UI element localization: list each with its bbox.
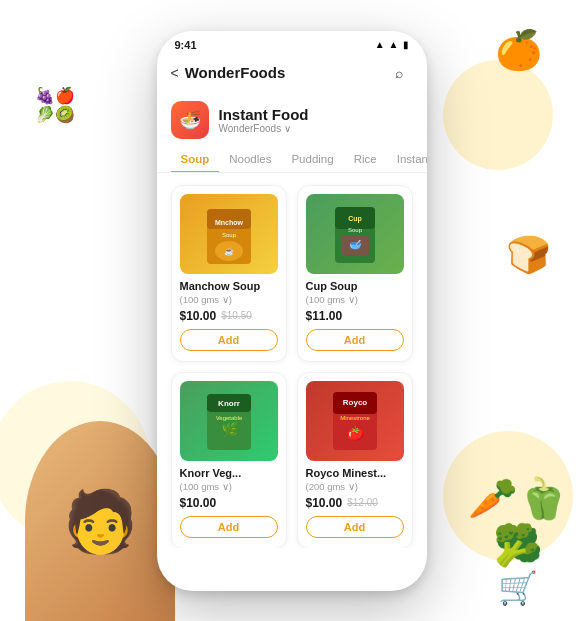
svg-text:Minestrone: Minestrone <box>340 415 370 421</box>
products-grid: Mnchow Soup ☕ Manchow Soup (100 gms ∨) $… <box>157 173 427 548</box>
svg-text:Soup: Soup <box>347 227 362 233</box>
product-card-royco: Royco Minestrone 🍅 Royco Minest... (200 … <box>297 372 413 548</box>
wifi-icon: ▲ <box>375 39 385 50</box>
product-name-knorr: Knorr Veg... <box>180 467 278 479</box>
app-header: < WonderFoods ⌕ <box>157 55 427 95</box>
product-weight-manchow: (100 gms ∨) <box>180 294 278 305</box>
page-title: WonderFoods <box>185 64 286 81</box>
svg-text:Cup: Cup <box>348 215 362 223</box>
product-name-royco: Royco Minest... <box>306 467 404 479</box>
tab-soup[interactable]: Soup <box>171 147 220 173</box>
header-left: < WonderFoods <box>171 64 286 81</box>
deco-cart: 🥕🫑🥦 🛒 <box>463 491 573 591</box>
svg-text:Mnchow: Mnchow <box>215 219 244 226</box>
brand-icon: 🍜 <box>171 101 209 139</box>
search-button[interactable]: ⌕ <box>385 59 413 87</box>
phone-mockup: 9:41 ▲ ▲ ▮ < WonderFoods ⌕ 🍜 Instant Foo <box>157 31 427 591</box>
price-old-manchow: $10.50 <box>221 310 252 321</box>
product-card-manchow: Mnchow Soup ☕ Manchow Soup (100 gms ∨) $… <box>171 185 287 362</box>
tab-rice[interactable]: Rice <box>344 147 387 173</box>
svg-text:Knorr: Knorr <box>218 399 240 408</box>
price-old-royco: $12.00 <box>347 497 378 508</box>
price-current-knorr: $10.00 <box>180 496 217 510</box>
brand-info: Instant Food WonderFoods ∨ <box>219 106 309 134</box>
add-button-knorr[interactable]: Add <box>180 516 278 538</box>
product-pricing-knorr: $10.00 <box>180 496 278 510</box>
add-button-cup-soup[interactable]: Add <box>306 329 404 351</box>
price-current-cup-soup: $11.00 <box>306 309 343 323</box>
product-card-cup-soup: Cup Soup 🥣 Cup Soup (100 gms ∨) $11.00 A… <box>297 185 413 362</box>
status-icons: ▲ ▲ ▮ <box>375 39 409 50</box>
back-button[interactable]: < <box>171 65 179 81</box>
status-time: 9:41 <box>175 39 197 51</box>
tab-noodles[interactable]: Noodles <box>219 147 281 173</box>
product-card-knorr: Knorr Vegetable 🌿 Knorr Veg... (100 gms … <box>171 372 287 548</box>
phone-screen: 9:41 ▲ ▲ ▮ < WonderFoods ⌕ 🍜 Instant Foo <box>157 31 427 591</box>
product-image-cup-soup: Cup Soup 🥣 <box>306 194 404 274</box>
deco-bread: 🍞 <box>488 220 568 290</box>
svg-text:🌿: 🌿 <box>220 421 238 438</box>
product-name-cup-soup: Cup Soup <box>306 280 404 292</box>
product-pricing-manchow: $10.00 $10.50 <box>180 309 278 323</box>
product-image-royco: Royco Minestrone 🍅 <box>306 381 404 461</box>
deco-fruits: 🍊 <box>473 10 563 90</box>
product-image-knorr: Knorr Vegetable 🌿 <box>180 381 278 461</box>
svg-text:Royco: Royco <box>342 398 367 407</box>
svg-text:☕: ☕ <box>224 246 234 256</box>
product-image-manchow: Mnchow Soup ☕ <box>180 194 278 274</box>
battery-icon: ▮ <box>403 39 409 50</box>
product-pricing-cup-soup: $11.00 <box>306 309 404 323</box>
signal-icon: ▲ <box>389 39 399 50</box>
brand-subtitle[interactable]: WonderFoods ∨ <box>219 123 309 134</box>
deco-grocery-bag: 🍇🍎🥬🥝 <box>10 30 100 180</box>
price-current-royco: $10.00 <box>306 496 343 510</box>
brand-name: Instant Food <box>219 106 309 123</box>
status-bar: 9:41 ▲ ▲ ▮ <box>157 31 427 55</box>
brand-row: 🍜 Instant Food WonderFoods ∨ <box>157 95 427 147</box>
add-button-royco[interactable]: Add <box>306 516 404 538</box>
price-current-manchow: $10.00 <box>180 309 217 323</box>
tab-instant[interactable]: Instant Me <box>387 147 427 173</box>
svg-text:Soup: Soup <box>221 232 236 238</box>
brand-emoji: 🍜 <box>179 109 201 131</box>
product-name-manchow: Manchow Soup <box>180 280 278 292</box>
search-icon: ⌕ <box>395 65 403 81</box>
add-button-manchow[interactable]: Add <box>180 329 278 351</box>
product-weight-knorr: (100 gms ∨) <box>180 481 278 492</box>
category-tabs: Soup Noodles Pudding Rice Instant Me <box>157 147 427 173</box>
product-weight-royco: (200 gms ∨) <box>306 481 404 492</box>
tab-pudding[interactable]: Pudding <box>281 147 343 173</box>
product-weight-cup-soup: (100 gms ∨) <box>306 294 404 305</box>
product-pricing-royco: $10.00 $12.00 <box>306 496 404 510</box>
svg-text:🥣: 🥣 <box>349 238 362 251</box>
svg-text:🍅: 🍅 <box>346 425 364 442</box>
